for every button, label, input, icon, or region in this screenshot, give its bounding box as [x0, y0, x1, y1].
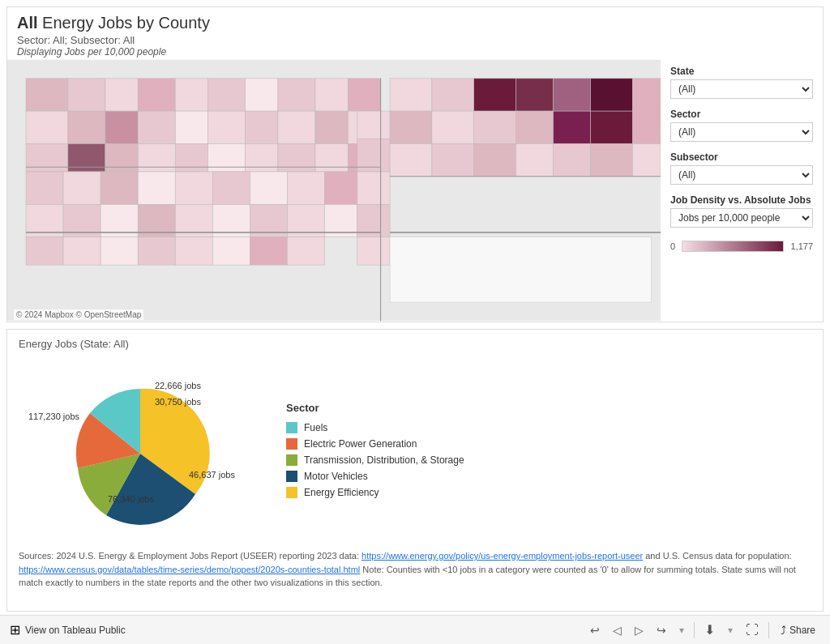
svg-rect-10	[348, 79, 380, 111]
page-title: All Energy Jobs by County	[17, 14, 813, 32]
svg-rect-74	[632, 79, 661, 144]
efficiency-legend-label: Energy Efficiency	[304, 487, 379, 498]
svg-rect-18	[278, 111, 315, 143]
svg-rect-14	[138, 111, 175, 143]
title-main: Energy Jobs by County	[38, 14, 210, 32]
view-on-tableau-label[interactable]: View on Tableau Public	[25, 625, 126, 636]
share-button[interactable]: ⤴ Share	[776, 622, 820, 638]
undo-button[interactable]: ↩	[587, 622, 603, 638]
svg-rect-66	[554, 79, 591, 111]
svg-rect-34	[138, 172, 175, 204]
svg-rect-51	[101, 237, 138, 266]
svg-rect-33	[101, 172, 138, 204]
efficiency-color-box	[286, 487, 297, 498]
efficiency-label: 117,230 jobs	[28, 412, 79, 421]
svg-rect-57	[357, 111, 390, 139]
svg-rect-8	[278, 79, 315, 111]
sector-control: Sector (All)	[670, 109, 813, 142]
pie-container: 22,666 jobs 30,750 jobs 46,637 jobs 76,3…	[19, 356, 262, 543]
top-panel: All Energy Jobs by County Sector: All; S…	[6, 6, 824, 322]
svg-rect-55	[250, 237, 287, 266]
svg-rect-9	[315, 79, 348, 111]
svg-rect-72	[554, 111, 591, 143]
motor-color-box	[286, 471, 297, 482]
sources-text: Sources: 2024 U.S. Energy & Employment J…	[19, 549, 811, 590]
share-icon: ⤴	[781, 624, 786, 637]
svg-rect-26	[208, 143, 246, 172]
svg-rect-31	[26, 172, 63, 204]
sources-text2: and U.S. Census data for population:	[643, 551, 791, 561]
svg-rect-13	[105, 111, 138, 143]
tds-legend-label: Transmission, Distribution, & Storage	[304, 454, 464, 466]
chart-title: Energy Jobs (State: All)	[19, 338, 811, 350]
subsector-select[interactable]: (All)	[670, 165, 813, 185]
state-select[interactable]: (All)	[670, 79, 813, 99]
density-select[interactable]: Jobs per 10,000 people	[670, 208, 813, 228]
svg-rect-59	[357, 172, 390, 204]
legend-item-tds: Transmission, Distribution, & Storage	[286, 454, 464, 466]
main-container: All Energy Jobs by County Sector: All; S…	[0, 0, 830, 644]
svg-rect-32	[63, 172, 101, 204]
title-prefix: All	[17, 14, 38, 32]
subsector-label: Subsector	[670, 151, 813, 163]
bottom-panel: Energy Jobs (State: All)	[6, 329, 824, 612]
sector-label: Sector	[670, 109, 813, 120]
svg-rect-69	[432, 111, 474, 143]
svg-rect-11	[26, 111, 68, 143]
fuels-label: 22,666 jobs	[155, 381, 201, 390]
svg-rect-73	[591, 111, 633, 143]
svg-rect-62	[390, 79, 432, 111]
svg-rect-63	[432, 79, 474, 111]
svg-rect-17	[246, 111, 278, 143]
svg-rect-4	[138, 79, 175, 111]
svg-rect-39	[324, 172, 357, 204]
tds-label: 46,637 jobs	[189, 470, 235, 480]
sources-link1[interactable]: https://www.energy.gov/policy/us-energy-…	[362, 551, 643, 561]
electric-label: 30,750 jobs	[155, 397, 201, 407]
state-label: State	[670, 66, 813, 77]
svg-rect-81	[632, 143, 661, 176]
svg-rect-75	[390, 143, 432, 176]
density-label: Job Density vs. Absolute Jobs	[670, 194, 813, 206]
toolbar-right: ↩ ◁ ▷ ↪ ▾ ⬇ ▾ ⛶ ⤴ Share	[587, 621, 820, 639]
svg-rect-37	[250, 172, 287, 204]
redo-button[interactable]: ↪	[653, 622, 670, 638]
svg-rect-65	[516, 79, 554, 111]
back-button[interactable]: ◁	[610, 622, 625, 638]
legend-min: 0	[670, 241, 675, 251]
map-area: North Dakot South Dakot Wyoming	[7, 59, 661, 322]
share-label: Share	[789, 625, 815, 636]
svg-rect-5	[175, 79, 208, 111]
svg-rect-12	[68, 111, 105, 143]
download-button[interactable]: ⬇	[701, 621, 718, 639]
electric-color-box	[286, 438, 297, 450]
svg-rect-1	[26, 79, 68, 111]
fullscreen-button[interactable]: ⛶	[742, 621, 762, 639]
map-svg: North Dakot South Dakot Wyoming	[7, 59, 661, 322]
svg-rect-70	[474, 111, 516, 143]
svg-rect-35	[175, 172, 212, 204]
motor-label: 76,340 jobs	[108, 494, 154, 504]
sector-select[interactable]: (All)	[670, 122, 813, 142]
subtitle-italic: Displaying Jobs per 10,000 people	[17, 46, 813, 58]
toolbar: ⊞ View on Tableau Public ↩ ◁ ▷ ↪ ▾ ⬇ ▾ ⛶…	[0, 615, 830, 644]
legend-item-efficiency: Energy Efficiency	[286, 487, 464, 498]
map-credit: © 2024 Mapbox © OpenStreetMap	[14, 309, 143, 320]
fuels-legend-label: Fuels	[304, 422, 327, 433]
sources-link2[interactable]: https://www.census.gov/data/tables/time-…	[19, 565, 360, 574]
svg-rect-64	[474, 79, 516, 111]
svg-rect-16	[208, 111, 246, 143]
svg-rect-22	[68, 143, 105, 172]
svg-rect-28	[278, 143, 315, 172]
svg-rect-29	[315, 143, 348, 172]
subtitle: Sector: All; Subsector: All	[17, 34, 813, 46]
legend-item-fuels: Fuels	[286, 422, 464, 433]
svg-rect-61	[357, 237, 390, 266]
toolbar-left: ⊞ View on Tableau Public	[10, 622, 580, 638]
controls-panel: State (All) Sector (All) Subsector (All)	[661, 59, 823, 322]
svg-rect-76	[432, 143, 474, 176]
svg-rect-38	[287, 172, 324, 204]
map-and-controls: North Dakot South Dakot Wyoming	[7, 59, 823, 322]
svg-rect-25	[175, 143, 208, 172]
forward-button[interactable]: ▷	[631, 622, 647, 638]
